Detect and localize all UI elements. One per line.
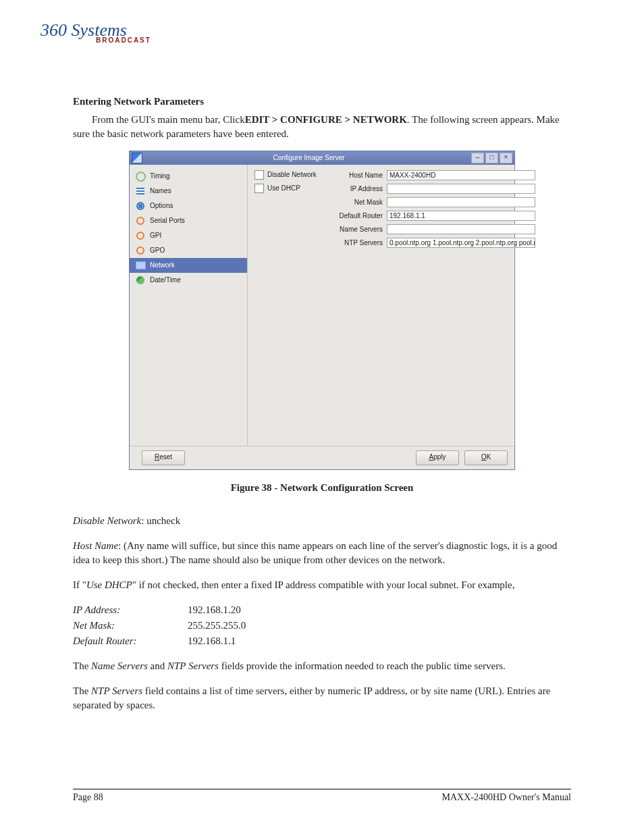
section-heading: Entering Network Parameters	[73, 95, 571, 109]
default-router-label: Default Router	[327, 211, 387, 221]
host-name-label: Host Name	[327, 171, 387, 180]
sidebar-item-serial-ports[interactable]: Serial Ports	[130, 213, 247, 228]
maximize-button[interactable]: □	[485, 153, 498, 163]
apply-button[interactable]: Apply	[416, 450, 459, 465]
close-button[interactable]: ×	[500, 153, 512, 163]
minimize-button[interactable]: –	[471, 153, 484, 163]
ok-button[interactable]: OK	[464, 450, 508, 465]
monitor-icon	[135, 260, 146, 271]
figure-caption: Figure 38 - Network Configuration Screen	[73, 481, 571, 495]
list-icon	[135, 186, 146, 197]
circle-icon	[135, 230, 146, 241]
use-dhcp-checkbox[interactable]	[254, 184, 264, 193]
sidebar-item-gpo[interactable]: GPO	[130, 243, 247, 258]
gear-icon	[135, 201, 146, 211]
title-bar: Configure Image Server – □ ×	[130, 151, 514, 165]
ip-address-input[interactable]	[387, 184, 535, 194]
dhcp-note: If "Use DHCP" if not checked, then enter…	[73, 578, 571, 592]
use-dhcp-label: Use DHCP	[267, 184, 300, 193]
page-footer: Page 88 MAXX-2400HD Owner's Manual	[73, 789, 571, 803]
reset-button[interactable]: Reset	[142, 450, 185, 465]
app-icon	[132, 153, 142, 163]
sidebar-item-options[interactable]: Options	[130, 199, 247, 213]
globe-icon	[135, 275, 146, 286]
net-mask-label: Net Mask	[327, 198, 387, 207]
disable-network-checkbox[interactable]	[254, 170, 264, 180]
sidebar: Timing Names Options Serial Ports GPI GP…	[130, 165, 248, 446]
sidebar-item-gpi[interactable]: GPI	[130, 228, 247, 243]
ntp-servers-label: NTP Servers	[327, 238, 387, 248]
config-window: Configure Image Server – □ × Timing Name…	[129, 151, 515, 470]
nameservers-note: The Name Servers and NTP Servers fields …	[73, 659, 571, 673]
window-title: Configure Image Server	[146, 153, 471, 163]
name-servers-label: Name Servers	[327, 225, 387, 234]
circle-icon	[135, 215, 146, 226]
intro-paragraph: From the GUI's main menu bar, Click EDIT…	[73, 113, 571, 141]
circle-icon	[135, 245, 146, 256]
default-router-input[interactable]: 192.168.1.1	[387, 211, 535, 221]
sidebar-item-datetime[interactable]: Date/Time	[130, 273, 247, 288]
clock-icon	[135, 171, 146, 182]
name-servers-input[interactable]	[387, 224, 535, 234]
button-bar: Reset Apply OK	[130, 446, 514, 469]
example-values: IP Address:192.168.1.20 Net Mask:255.255…	[73, 603, 571, 648]
sidebar-item-names[interactable]: Names	[130, 184, 247, 199]
hostname-note: Host Name: (Any name will suffice, but s…	[73, 539, 571, 567]
page-number: Page 88	[73, 792, 103, 803]
ip-address-label: IP Address	[327, 184, 387, 194]
host-name-input[interactable]: MAXX-2400HD	[387, 170, 535, 180]
sidebar-item-network[interactable]: Network	[130, 258, 247, 273]
ntp-note: The NTP Servers field contains a list of…	[73, 684, 571, 712]
manual-title: MAXX-2400HD Owner's Manual	[442, 792, 572, 803]
disable-note: Disable Network: uncheck	[73, 514, 571, 528]
disable-network-label: Disable Network	[267, 170, 317, 180]
form-area: Disable Network Use DHCP Host NameMAXX-2…	[248, 165, 514, 446]
net-mask-input[interactable]	[387, 197, 535, 207]
sidebar-item-timing[interactable]: Timing	[130, 169, 247, 184]
brand-logo: 360 Systems BROADCAST	[41, 22, 151, 44]
ntp-servers-input[interactable]: 0.pool.ntp.org 1.pool.ntp.org 2.pool.ntp…	[387, 238, 535, 248]
